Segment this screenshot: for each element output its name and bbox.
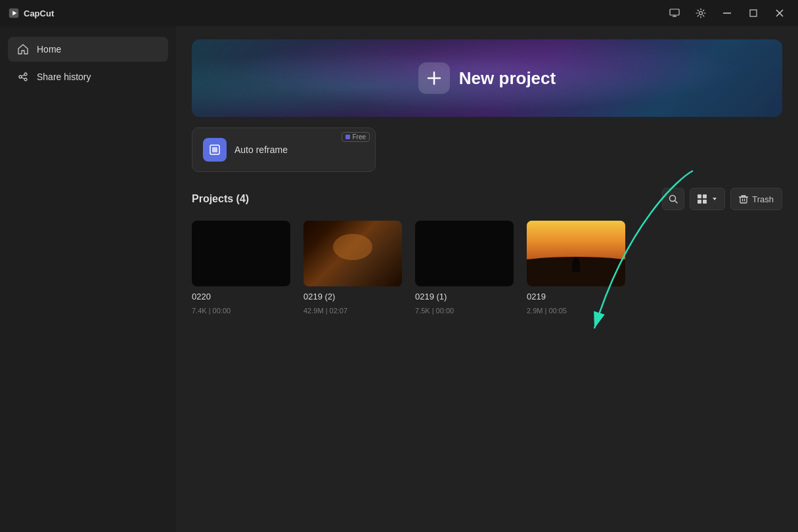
svg-line-20	[675, 201, 678, 204]
window-controls	[664, 3, 790, 24]
app-logo: CapCut	[8, 7, 54, 19]
project-meta: 7.5K | 00:00	[415, 307, 514, 315]
svg-rect-22	[703, 194, 707, 198]
projects-title: Projects (4)	[192, 193, 249, 205]
svg-rect-26	[740, 197, 747, 203]
project-thumbnail	[303, 221, 402, 286]
project-name: 0219 (1)	[415, 292, 514, 301]
svg-line-13	[22, 75, 24, 76]
maximize-icon	[749, 9, 757, 17]
free-badge: Free	[342, 132, 370, 142]
main-content: New project Auto reframe Free	[176, 26, 798, 532]
titlebar: CapCut	[0, 0, 798, 26]
svg-point-11	[19, 76, 22, 78]
auto-reframe-icon	[203, 138, 227, 162]
settings-button[interactable]	[690, 3, 711, 24]
view-toggle-button[interactable]	[690, 188, 725, 210]
sidebar-item-home[interactable]: Home	[8, 37, 168, 62]
svg-rect-18	[212, 147, 217, 152]
sidebar: Home Share history	[0, 26, 176, 532]
free-badge-dot	[345, 135, 350, 139]
sidebar-item-share-history[interactable]: Share history	[8, 64, 168, 89]
new-project-label: New project	[459, 68, 556, 89]
svg-point-12	[24, 78, 27, 81]
svg-rect-21	[698, 194, 701, 198]
thumb-mixed	[303, 221, 402, 286]
share-icon	[17, 71, 29, 83]
grid-view-icon	[697, 194, 707, 204]
project-item[interactable]: 0219 2.9M | 00:05	[527, 221, 625, 315]
close-button[interactable]	[769, 3, 790, 24]
search-icon	[668, 194, 678, 204]
svg-point-10	[24, 73, 27, 76]
feature-cards: Auto reframe Free	[192, 127, 782, 172]
project-thumbnail	[415, 221, 514, 286]
thumb-dark	[192, 221, 290, 286]
project-item[interactable]: 0220 7.4K | 00:00	[192, 221, 290, 315]
auto-reframe-label: Auto reframe	[234, 144, 288, 155]
trash-icon	[739, 194, 748, 204]
thumb-figure	[572, 257, 580, 272]
svg-rect-24	[703, 200, 707, 204]
free-badge-text: Free	[352, 133, 366, 141]
maximize-button[interactable]	[743, 3, 764, 24]
share-history-label: Share history	[37, 72, 91, 82]
logo-icon	[8, 7, 20, 19]
close-icon	[776, 9, 784, 17]
projects-toolbar: Trash	[662, 188, 782, 210]
thumb-sunset	[527, 221, 625, 286]
project-name: 0219 (2)	[303, 292, 402, 301]
project-item[interactable]: 0219 (2) 42.9M | 02:07	[303, 221, 402, 315]
project-thumbnail	[192, 221, 290, 286]
thumb-dark2	[415, 221, 514, 286]
project-meta: 2.9M | 00:05	[527, 307, 625, 315]
new-project-banner[interactable]: New project	[192, 39, 782, 117]
home-label: Home	[37, 44, 61, 55]
projects-grid: 0220 7.4K | 00:00 0219 (2) 42.9M | 02:07…	[192, 221, 782, 315]
trash-button[interactable]: Trash	[730, 188, 782, 210]
new-project-content: New project	[418, 62, 556, 94]
minimize-button[interactable]	[717, 3, 738, 24]
project-item[interactable]: 0219 (1) 7.5K | 00:00	[415, 221, 514, 315]
search-button[interactable]	[662, 188, 684, 210]
svg-rect-7	[750, 10, 757, 16]
home-icon	[17, 43, 29, 55]
chevron-down-icon	[711, 196, 718, 202]
svg-point-5	[699, 12, 703, 15]
gear-icon	[696, 8, 706, 18]
svg-rect-23	[698, 200, 701, 204]
svg-line-14	[22, 78, 24, 79]
monitor-icon	[669, 8, 680, 18]
new-project-plus-icon	[418, 62, 450, 94]
project-name: 0219	[527, 292, 625, 301]
project-thumbnail	[527, 221, 625, 286]
app-name: CapCut	[24, 9, 54, 18]
auto-reframe-card[interactable]: Auto reframe Free	[192, 127, 376, 172]
svg-marker-25	[713, 198, 717, 200]
project-name: 0220	[192, 292, 290, 301]
minimize-icon	[723, 12, 731, 14]
app-body: Home Share history	[0, 26, 798, 532]
project-meta: 7.4K | 00:00	[192, 307, 290, 315]
svg-rect-2	[670, 9, 679, 15]
monitor-button[interactable]	[664, 3, 685, 24]
project-meta: 42.9M | 02:07	[303, 307, 402, 315]
projects-header: Projects (4)	[192, 188, 782, 210]
trash-label: Trash	[752, 194, 774, 204]
